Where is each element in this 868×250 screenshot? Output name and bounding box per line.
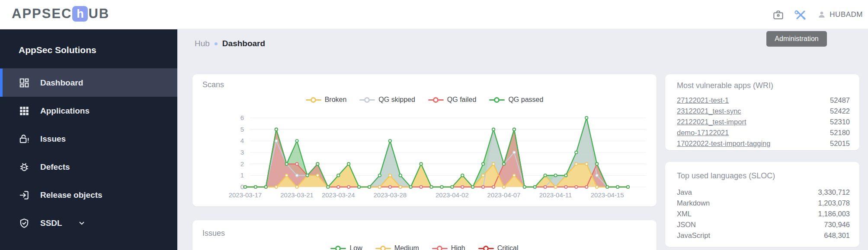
scans-chart-area[interactable]: 01234562023-03-172023-03-212023-03-24202… [225,108,649,201]
administration-tooltip: Administration [766,31,827,47]
sidebar-item-label: Applications [40,106,90,116]
bug-icon [19,161,30,173]
legend-label: QG skipped [378,96,415,104]
svg-text:2023-03-24: 2023-03-24 [322,191,355,199]
language-name: JSON [677,221,696,229]
svg-text:2023-04-15: 2023-04-15 [591,191,624,199]
app-link[interactable]: 17022022-test-import-tagging [677,139,770,148]
svg-text:3: 3 [240,149,244,156]
list-item: JSON 730,946 [677,219,850,230]
svg-text:5: 5 [240,126,244,133]
chevron-down-icon[interactable] [78,219,86,227]
scans-chart: 01234562023-03-172023-03-212023-03-24202… [225,108,649,201]
app-link[interactable]: 27122021-test-1 [677,96,729,104]
app-link[interactable]: 23122021_test-sync [677,107,741,115]
legend-item-qg-passed[interactable]: QG passed [489,96,543,104]
app-link[interactable]: demo-17122021 [677,129,729,137]
list-item: XML 1,186,003 [677,209,850,219]
legend-item-qg-skipped[interactable]: QG skipped [359,96,415,104]
legend-label: Broken [325,96,347,104]
wri-value: 52422 [830,107,850,115]
scans-card-title: Scans [202,80,224,89]
issues-card: Issues Low Medium High Critical [192,220,657,250]
language-name: Java [677,188,692,196]
svg-text:2023-03-21: 2023-03-21 [280,191,314,199]
sloc-value: 3,330,712 [818,188,850,196]
svg-text:6: 6 [240,114,244,121]
sidebar-item-label: Dashboard [40,78,83,88]
list-item: 27122021-test-1 52487 [677,95,850,106]
legend-label: Medium [394,244,419,250]
legend-item-broken[interactable]: Broken [306,96,347,104]
tools-icon[interactable] [794,9,807,21]
list-item: 23122021_test-sync 52422 [677,106,850,117]
vulnerable-apps-title: Most vulnerable apps (WRI) [677,81,773,90]
legend-marker [306,97,321,103]
most-vulnerable-apps-card: Most vulnerable apps (WRI) 27122021-test… [665,74,859,150]
legend-marker [432,246,448,250]
sidebar-item-label: Release objects [40,190,102,200]
language-name: Markdown [677,199,710,207]
sidebar-item-issues[interactable]: Issues [0,125,177,153]
scans-card: Scans Broken QG skipped QG failed QG pas… [192,74,657,206]
svg-text:1: 1 [240,171,244,179]
top-languages-title: Top used languages (SLOC) [677,171,775,180]
list-item: demo-17122021 52180 [677,127,850,138]
list-item: Java 3,330,712 [677,187,850,198]
legend-marker [330,246,346,250]
svg-text:2023-03-28: 2023-03-28 [373,191,407,199]
logo-h-badge: h [72,6,88,22]
user-menu[interactable]: HUBADM [817,10,863,19]
sidebar-item-applications[interactable]: Applications [0,97,177,125]
logo-text-prefix: APPSEC [12,6,72,22]
legend-label: Low [349,244,362,250]
logo-text-suffix: UB [88,6,109,22]
list-item: Markdown 1,203,078 [677,198,850,209]
legend-label: QG passed [508,96,543,104]
app-logo[interactable]: APPSEC h UB [12,6,109,22]
shield-check-icon [19,218,30,229]
legend-label: Critical [497,244,519,250]
legend-marker [478,246,494,250]
legend-label: QG failed [447,96,477,104]
sidebar-nav: Dashboard Applications Issues [0,68,177,237]
sidebar: AppSec Solutions Dashboard Applications [0,29,177,250]
svg-text:4: 4 [240,137,244,144]
sidebar-item-label: SSDL [40,218,62,228]
wri-value: 52487 [830,96,850,104]
breadcrumb: Hub Dashboard [195,39,265,48]
language-name: XML [677,210,692,218]
breadcrumb-hub-link[interactable]: Hub [195,39,210,48]
scans-legend: Broken QG skipped QG failed QG passed [192,96,657,104]
legend-item-qg-failed[interactable]: QG failed [428,96,477,104]
breadcrumb-current: Dashboard [222,39,265,48]
svg-text:2023-04-07: 2023-04-07 [487,191,521,199]
legend-item-high[interactable]: High [432,244,465,250]
sidebar-item-dashboard[interactable]: Dashboard [0,69,177,97]
wri-value: 52015 [830,139,850,148]
sidebar-item-release-objects[interactable]: Release objects [0,181,177,209]
legend-item-medium[interactable]: Medium [375,244,419,250]
breadcrumb-separator-dot [215,42,218,45]
sidebar-item-label: Issues [40,134,66,144]
top-languages-card: Top used languages (SLOC) Java 3,330,712… [665,162,859,247]
legend-item-critical[interactable]: Critical [478,244,519,250]
svg-text:0: 0 [240,183,244,190]
wri-value: 52180 [830,129,850,137]
app-link[interactable]: 22122021_test-import [677,118,746,126]
sidebar-item-ssdl[interactable]: SSDL [0,209,177,237]
svg-text:2023-04-11: 2023-04-11 [539,191,572,199]
legend-marker [428,97,444,103]
sidebar-item-defects[interactable]: Defects [0,153,177,181]
sloc-value: 730,946 [824,221,850,229]
legend-marker [489,97,505,103]
legend-item-low[interactable]: Low [330,244,362,250]
languages-list: Java 3,330,712 Markdown 1,203,078 XML 1,… [677,187,850,241]
list-item: 17022022-test-import-tagging 52015 [677,138,850,149]
briefcase-icon[interactable] [772,9,784,21]
user-icon [817,10,826,19]
sloc-value: 1,186,003 [818,210,850,218]
issues-card-title: Issues [202,229,225,238]
list-item: JavaScript 648,301 [677,230,850,241]
top-header: APPSEC h UB HUBADM [0,0,868,29]
